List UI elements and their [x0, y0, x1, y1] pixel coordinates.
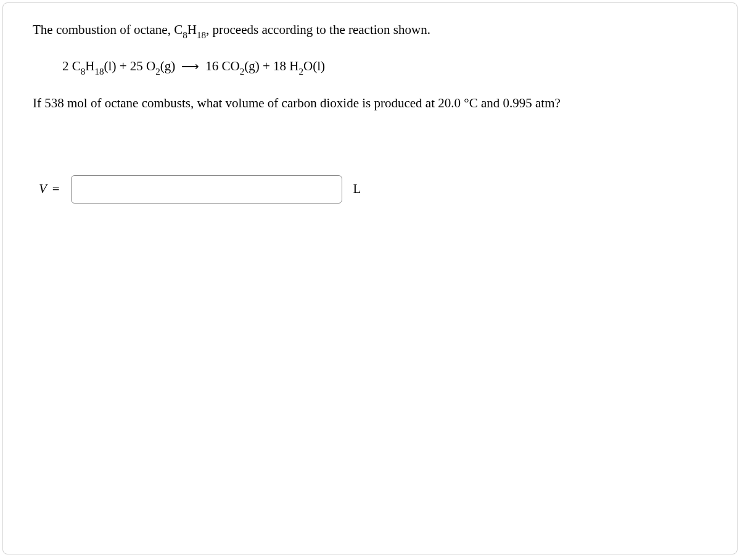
answer-variable-label: V = [39, 181, 60, 197]
eq-c1: 2 C [62, 59, 81, 73]
intro-sub2: 18 [197, 30, 206, 40]
unit-label: L [353, 181, 361, 197]
answer-input[interactable] [71, 175, 342, 204]
intro-prefix: The combustion of octane, C [33, 22, 183, 37]
question-text: If 538 mol of octane combusts, what volu… [33, 94, 707, 113]
eq-c2: H [85, 59, 94, 73]
intro-suffix: , proceeds according to the reaction sho… [206, 22, 430, 37]
eq-c5: 16 CO [205, 59, 239, 73]
eq-s5: 2 [240, 67, 245, 76]
answer-row: V = L [39, 175, 707, 204]
eq-s3: 2 [155, 67, 160, 76]
question-card: The combustion of octane, C8H18, proceed… [2, 2, 738, 554]
eq-c6: (g) + 18 H [244, 59, 298, 73]
eq-s6: 2 [299, 67, 304, 76]
intro-sub1: 8 [183, 30, 187, 40]
variable-name: V [39, 181, 46, 196]
equals-sign: = [52, 181, 60, 196]
intro-mid1: H [187, 22, 197, 37]
eq-c3: (l) + 25 O [104, 59, 156, 73]
eq-s2: 18 [95, 67, 104, 76]
intro-text: The combustion of octane, C8H18, proceed… [33, 20, 707, 41]
chemical-equation: 2 C8H18(l) + 25 O2(g)⟶16 CO2(g) + 18 H2O… [62, 56, 707, 78]
eq-c4: (g) [160, 59, 176, 73]
eq-c7: O(l) [303, 59, 325, 73]
eq-s1: 8 [81, 67, 86, 76]
arrow-icon: ⟶ [181, 56, 199, 76]
